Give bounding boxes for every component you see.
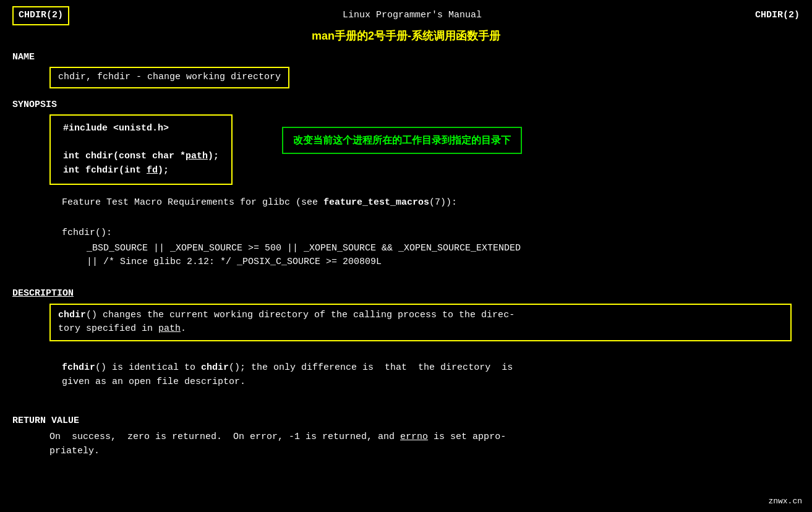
header-center: Linux Programmer's Manual — [69, 9, 755, 23]
name-section-label: NAME — [12, 51, 800, 65]
fchdir-desc-bold: fchdir — [62, 362, 95, 373]
fchdir-bold: fchdir(): — [62, 228, 112, 238]
header-right: CHDIR(2) — [755, 9, 800, 23]
return-value-section: RETURN VALUE On success, zero is returne… — [12, 414, 800, 459]
func1-bold: int chdir(const char *path); — [63, 151, 219, 161]
path-underline: path — [158, 323, 181, 334]
func1-line: int chdir(const char *path); — [63, 150, 219, 164]
description-fchdir: fchdir() is identical to chdir(); the on… — [62, 361, 800, 389]
name-content: chdir, fchdir - change working directory — [49, 67, 289, 88]
feature-line2: || /* Since glibc 2.12: */ _POSIX_C_SOUR… — [87, 255, 800, 270]
header-left: CHDIR(2) — [12, 6, 69, 25]
annotation-box: 改变当前这个进程所在的工作目录到指定的目录下 — [282, 127, 522, 154]
watermark: znwx.cn — [768, 495, 802, 508]
synopsis-section-label: SYNOPSIS — [12, 98, 800, 113]
synopsis-code-box: #include <unistd.h> int chdir(const char… — [49, 114, 233, 185]
return-value-label: RETURN VALUE — [12, 414, 800, 429]
synopsis-row: #include <unistd.h> int chdir(const char… — [12, 114, 800, 191]
feature-intro: Feature Test Macro Requirements for glib… — [62, 196, 800, 210]
include-line: #include <unistd.h> — [63, 122, 219, 136]
description-chdir-box: chdir() changes the current working dire… — [49, 304, 792, 341]
return-value-text: On success, zero is returned. On error, … — [49, 430, 800, 458]
feature-line1: _BSD_SOURCE || _XOPEN_SOURCE >= 500 || _… — [87, 242, 800, 256]
func2-line: int fchdir(int fd); — [63, 164, 219, 178]
chdir-ref-bold: chdir — [201, 362, 229, 373]
feature-bold: feature_test_macros — [323, 197, 429, 208]
subtitle: man手册的2号手册-系统调用函数手册 — [12, 28, 800, 45]
fchdir-label: fchdir(): — [62, 226, 800, 241]
func2-bold: int fchdir(int fd); — [63, 165, 169, 176]
header-line: CHDIR(2) Linux Programmer's Manual CHDIR… — [12, 6, 800, 25]
chdir-desc-bold: chdir — [58, 310, 86, 320]
page-container: CHDIR(2) Linux Programmer's Manual CHDIR… — [0, 0, 812, 512]
description-section-label: DESCRIPTION — [12, 287, 800, 301]
include-bold: #include <unistd.h> — [63, 123, 169, 134]
errno-underline: errno — [400, 432, 428, 442]
